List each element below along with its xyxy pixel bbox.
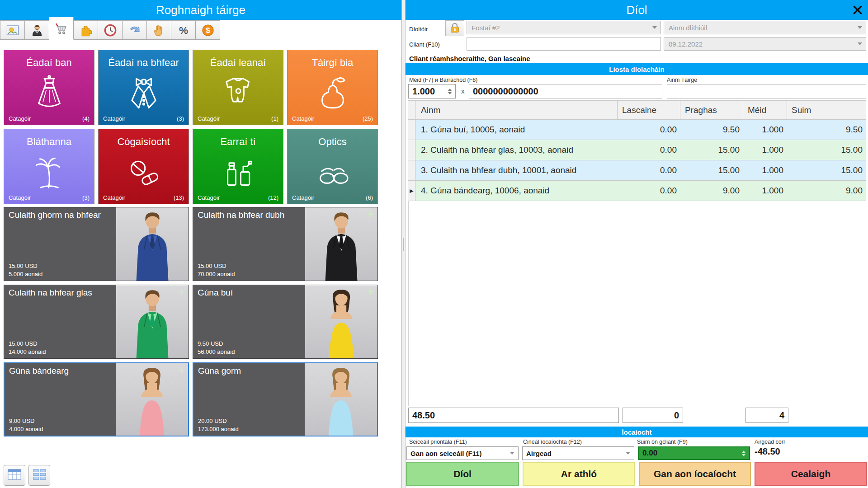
- plus-badge-icon: +: [367, 207, 374, 221]
- table-row[interactable]: 2. Culaith na bhfear glas, 10003, aonaid…: [408, 140, 866, 160]
- clock-tab[interactable]: [98, 20, 123, 40]
- client-label: Cliant (F10): [409, 41, 440, 48]
- column-header-ainm[interactable]: Ainm: [415, 101, 618, 119]
- cart-tab[interactable]: [49, 17, 74, 40]
- cell-meid: 1.000: [743, 140, 787, 160]
- cealaigh-button[interactable]: Cealaigh: [755, 462, 867, 486]
- date-select[interactable]: 09.12.2022: [664, 37, 866, 51]
- bottles-icon: [218, 153, 258, 194]
- total-discount-value: 0: [674, 410, 679, 421]
- product-photo: [305, 207, 377, 281]
- di-ol-button[interactable]: Díol: [406, 462, 519, 486]
- change-label: Airgead corr: [755, 439, 785, 445]
- panel-splitter[interactable]: [402, 0, 406, 488]
- category-kind-label: Catagóir: [103, 194, 125, 201]
- percent-icon: %: [177, 23, 190, 37]
- category-tile-earrai-ti[interactable]: Earraí tíCatagóir(12): [193, 129, 283, 204]
- plus-badge-icon: +: [178, 285, 185, 299]
- product-title: Gúna bándearg: [9, 366, 69, 376]
- print-check-select[interactable]: Gan aon seiceáil (F11): [406, 446, 519, 460]
- legal-name-select[interactable]: Ainm dlíthiúil: [664, 21, 866, 34]
- hand-tab[interactable]: [146, 20, 171, 40]
- client-input[interactable]: [467, 37, 661, 51]
- percent-tab[interactable]: %: [171, 20, 196, 40]
- sale-panel-title: Díol: [626, 3, 647, 17]
- product-price: 9.00 USD: [9, 418, 34, 424]
- category-title: Optics: [288, 136, 377, 148]
- print-check-value: Gan aon seiceáil (F11): [410, 450, 482, 457]
- category-tile-e-adai-leanai[interactable]: Éadaí leanaíCatagóir(1): [193, 50, 283, 125]
- product-title: Gúna buí: [198, 288, 233, 298]
- product-tile-culaith-na-bhfear-glas[interactable]: Culaith na bhfear glas+15.00 USD14.000 a…: [4, 285, 189, 359]
- close-icon[interactable]: [851, 3, 864, 17]
- image-tab[interactable]: [0, 20, 25, 40]
- total-sum-box[interactable]: 48.50: [408, 408, 619, 423]
- quantity-value: 1.000: [412, 86, 435, 97]
- category-title: Bláthanna: [4, 136, 94, 148]
- legal-name-value: Ainm dlíthiúil: [669, 24, 707, 32]
- category-tile-e-adai-ban[interactable]: Éadaí banCatagóir(4): [4, 50, 94, 125]
- category-tile-ta-irgi-bia[interactable]: Táirgí biaCatagóir(25): [287, 50, 378, 125]
- quantity-stepper[interactable]: 1.000: [408, 84, 456, 99]
- client-sum-input[interactable]: 0.00: [638, 446, 750, 460]
- view-toggle-group: [4, 465, 50, 486]
- person-tab[interactable]: [24, 20, 49, 40]
- quantity-spinner-icon[interactable]: [448, 89, 452, 94]
- qty-barcode-label: Méid (F7) и Barrachód (F8): [409, 77, 477, 83]
- product-price: 15.00 USD: [9, 340, 38, 347]
- table-view-button[interactable]: [4, 465, 25, 486]
- category-count: (25): [363, 115, 373, 122]
- column-header-suim[interactable]: Suim: [787, 101, 866, 119]
- cell-praghas: 9.00: [680, 181, 743, 201]
- product-name-input[interactable]: [667, 84, 866, 99]
- product-title: Gúna gorm: [198, 366, 241, 376]
- dollar-tab[interactable]: $: [195, 20, 220, 40]
- payment-type-select[interactable]: Airgead: [522, 446, 634, 460]
- cell-lascaine: 0.00: [618, 120, 680, 140]
- total-items-box[interactable]: 4: [745, 408, 788, 423]
- table-row[interactable]: 3. Culaith na bhfear dubh, 10001, aonaid…: [408, 160, 866, 181]
- seller-value: Fostaí #2: [472, 24, 500, 32]
- cell-meid: 1.000: [743, 160, 787, 180]
- cell-praghas: 15.00: [680, 140, 743, 160]
- hand-icon: [152, 23, 166, 37]
- column-header-praghas[interactable]: Praghas: [680, 101, 743, 119]
- cell-lascaine: 0.00: [618, 181, 680, 201]
- row-indicator: [408, 140, 415, 160]
- ar-athlo-button[interactable]: Ar athló: [523, 462, 635, 486]
- gan-aon-i-ocai-ocht-button[interactable]: Gan aon íocaíocht: [639, 462, 751, 486]
- product-tile-gu-na-ba-ndearg[interactable]: Gúna bándearg+9.00 USD4.000 aonaid: [4, 362, 189, 436]
- lock-button[interactable]: [445, 20, 464, 36]
- product-tile-culaith-na-bhfear-dubh[interactable]: Culaith na bhfear dubh+15.00 USD70.000 a…: [193, 207, 378, 281]
- category-tile-bla-thanna[interactable]: BláthannaCatagóir(3): [4, 129, 94, 204]
- total-discount-box[interactable]: 0: [623, 408, 683, 423]
- category-count: (3): [82, 194, 90, 201]
- cell-suim: 9.00: [787, 181, 866, 201]
- client-sum-spinner-icon[interactable]: [742, 450, 745, 456]
- category-tile-e-adai-na-bhfear[interactable]: Éadaí na bhfearCatagóir(3): [98, 50, 189, 125]
- product-tile-culaith-ghorm-na-bhfear[interactable]: Culaith ghorm na bhfear15.00 USD5.000 ao…: [4, 207, 189, 281]
- product-tile-gu-na-gorm[interactable]: Gúna gorm20.00 USD173.000 aonaid: [193, 362, 378, 436]
- product-tile-gu-na-bui[interactable]: Gúna buí+9.50 USD56.000 aonaid: [193, 285, 378, 359]
- table-view-icon: [7, 468, 22, 483]
- clock-icon: [104, 23, 117, 37]
- redo-arrow-icon: [128, 23, 142, 37]
- puzzle-tab[interactable]: [73, 20, 98, 40]
- plus-badge-icon: +: [367, 285, 374, 299]
- category-tile-co-gaisi-ocht[interactable]: CógaisíochtCatagóir(13): [98, 129, 189, 204]
- row-indicator: ▶: [408, 181, 415, 201]
- pills-icon: [124, 153, 164, 194]
- column-header-lascaine[interactable]: Lascaine: [618, 101, 680, 119]
- table-row[interactable]: 1. Gúna buí, 10005, aonaid0.009.501.0009…: [408, 120, 866, 140]
- product-stock: 173.000 aonaid: [198, 426, 239, 432]
- table-row[interactable]: ▶4. Gúna bándearg, 10006, aonaid0.009.00…: [408, 181, 866, 201]
- redo-arrow-tab[interactable]: [122, 20, 147, 40]
- category-count: (3): [177, 115, 184, 122]
- grid-view-button[interactable]: [28, 465, 50, 486]
- cell-ainm: 4. Gúna bándearg, 10006, aonaid: [415, 181, 618, 201]
- category-tile-optics[interactable]: OpticsCatagóir(6): [287, 129, 378, 204]
- barcode-input[interactable]: 0000000000000: [469, 84, 662, 99]
- column-header-me-id[interactable]: Méid: [743, 101, 787, 119]
- product-stock: 70.000 aonaid: [198, 271, 235, 277]
- seller-select[interactable]: Fostaí #2: [467, 21, 661, 34]
